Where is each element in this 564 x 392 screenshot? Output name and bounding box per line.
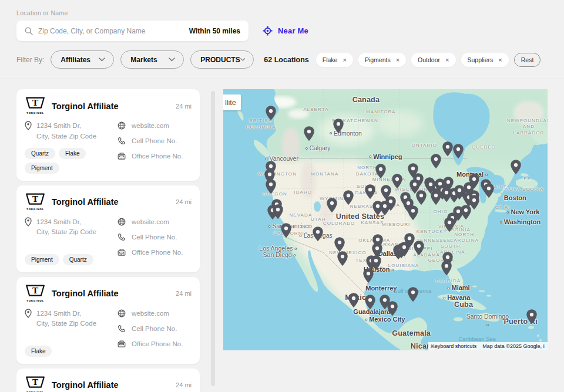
svg-text:T: T — [32, 286, 38, 295]
map-location-pin[interactable] — [343, 190, 354, 208]
cell-phone[interactable]: Cell Phone No. — [118, 325, 192, 333]
radius-select[interactable]: Within 50 miles — [189, 27, 240, 35]
tag-list: PigmentQuartz — [25, 248, 113, 265]
chip-remove-icon[interactable]: × — [343, 56, 346, 63]
crosshair-icon — [263, 26, 273, 36]
svg-text:T: T — [32, 377, 38, 387]
map-location-pin[interactable] — [453, 144, 464, 161]
map-location-pin[interactable] — [413, 241, 424, 258]
filter-chip-suppliers[interactable]: Suppliers× — [461, 53, 509, 67]
dropdown-label: PRODUCTS — [200, 56, 240, 64]
location-count: 62 Locations — [264, 56, 308, 64]
map-location-pin[interactable] — [362, 268, 374, 286]
website-link[interactable]: website.com — [118, 309, 192, 317]
filter-by-label: Filter By: — [16, 56, 44, 64]
globe-icon — [118, 218, 126, 226]
near-me-label: Near Me — [278, 26, 308, 35]
map-location-pin[interactable] — [444, 217, 455, 235]
dropdown-affiliates[interactable]: Affiliates — [51, 50, 114, 69]
chip-remove-icon[interactable]: × — [445, 56, 449, 63]
tag-list: Flake — [25, 340, 113, 357]
svg-text:T: T — [32, 98, 38, 107]
filter-bar: Filter By: Affiliates Markets PRODUCTS 6… — [0, 50, 564, 69]
map-location-pin[interactable] — [510, 160, 521, 177]
map-location-pin[interactable] — [337, 251, 348, 269]
keyboard-shortcuts-link[interactable]: Keyboard shortcuts — [428, 342, 480, 350]
affiliate-card[interactable]: T TORGINOL Torginol Affiliate 24 mi 1234… — [16, 89, 200, 181]
map-location-pin[interactable] — [266, 179, 277, 197]
map-location-pin[interactable] — [266, 106, 277, 123]
filter-chip-outdoor[interactable]: Outdoor× — [411, 53, 455, 67]
search-input[interactable] — [38, 27, 189, 35]
satellite-toggle-button[interactable]: llite — [223, 94, 241, 110]
affiliate-name: Torginol Affiliate — [52, 289, 119, 298]
affiliate-card[interactable]: T TORGINOL Torginol Affiliate 24 mi 1234… — [16, 369, 200, 392]
distance: 24 mi — [176, 381, 192, 388]
cell-phone[interactable]: Cell Phone No. — [118, 233, 192, 241]
filter-chip-rest[interactable]: Rest — [514, 53, 541, 67]
chevron-down-icon — [240, 58, 246, 62]
dropdown-products[interactable]: PRODUCTS — [190, 50, 254, 69]
map-location-pin[interactable] — [416, 190, 427, 208]
chip-remove-icon[interactable]: × — [396, 56, 400, 63]
map-location-pin[interactable] — [365, 295, 376, 312]
website-link[interactable]: website.com — [118, 121, 192, 130]
map-location-pin[interactable] — [484, 183, 495, 201]
torginol-logo: T TORGINOL — [25, 376, 46, 392]
list-scrollbar[interactable] — [211, 91, 215, 386]
map-location-pin[interactable] — [441, 261, 452, 278]
chip-label: Outdoor — [418, 56, 440, 63]
address: 1234 Smith Dr,City, State Zip Code — [36, 309, 96, 330]
map-location-pin[interactable] — [407, 205, 418, 223]
map-location-pin[interactable] — [365, 184, 376, 202]
chevron-down-icon — [169, 58, 175, 62]
globe-icon — [118, 309, 126, 317]
affiliate-card[interactable]: T TORGINOL Torginol Affiliate 24 mi 1234… — [16, 185, 200, 272]
map-location-pin[interactable] — [526, 309, 537, 327]
chip-label: Pigments — [365, 56, 391, 63]
filter-chip-pigments[interactable]: Pigments× — [358, 53, 406, 67]
map-location-pin[interactable] — [348, 293, 359, 310]
distance: 24 mi — [176, 290, 192, 297]
product-tag-quartz: Quartz — [25, 148, 55, 159]
chip-remove-icon[interactable]: × — [498, 56, 502, 63]
product-tag-flake: Flake — [25, 346, 52, 357]
map-location-pin[interactable] — [407, 287, 418, 305]
map-location-pin[interactable] — [313, 227, 324, 244]
office-phone[interactable]: Office Phone No. — [118, 248, 192, 256]
map-location-pin[interactable] — [431, 154, 442, 171]
search-box[interactable]: Within 50 miles — [16, 21, 249, 41]
affiliate-card[interactable]: T TORGINOL Torginol Affiliate 24 mi 1234… — [16, 277, 200, 364]
office-phone-icon — [118, 340, 126, 348]
affiliate-name: Torginol Affiliate — [52, 380, 119, 390]
map-location-pin[interactable] — [375, 164, 387, 181]
distance: 24 mi — [176, 103, 192, 110]
map-location-pin[interactable] — [387, 301, 398, 319]
location-pin-icon — [25, 217, 32, 227]
map-canvas[interactable]: CanadaUnited StatesMexicoCubaGuatemalaNi… — [223, 89, 548, 350]
divider — [0, 79, 564, 79]
tag-list: QuartzFlakePigment — [25, 142, 113, 174]
map-location-pin[interactable] — [326, 198, 337, 215]
map-location-pin[interactable] — [333, 119, 344, 136]
map-location-pin[interactable] — [391, 174, 402, 191]
map-location-pin[interactable] — [431, 190, 442, 208]
cell-phone[interactable]: Cell Phone No. — [118, 137, 192, 145]
map-location-pin[interactable] — [442, 141, 453, 159]
dropdown-label: Markets — [130, 56, 157, 64]
website-link[interactable]: website.com — [118, 218, 192, 226]
filter-chip-flake[interactable]: Flake× — [316, 53, 353, 67]
phone-icon — [118, 233, 126, 241]
office-phone[interactable]: Office Phone No. — [118, 152, 192, 160]
search-icon — [25, 27, 33, 35]
map-location-pin[interactable] — [272, 204, 283, 222]
dropdown-markets[interactable]: Markets — [120, 50, 184, 69]
map-location-pin[interactable] — [372, 201, 383, 218]
map-location-pin[interactable] — [281, 223, 292, 241]
map-location-pin[interactable] — [303, 126, 314, 144]
chip-label: Flake — [323, 56, 338, 63]
product-tag-quartz: Quartz — [63, 254, 93, 265]
torginol-logo: T TORGINOL — [25, 96, 46, 116]
office-phone[interactable]: Office Phone No. — [118, 340, 192, 348]
near-me-button[interactable]: Near Me — [263, 26, 308, 36]
